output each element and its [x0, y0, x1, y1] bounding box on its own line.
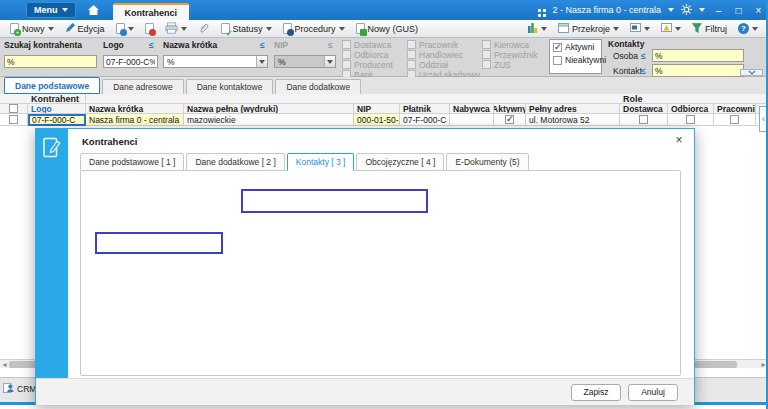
chevron-down-icon [644, 27, 650, 31]
column-header-pelny-adres[interactable]: Pełny adres [526, 104, 620, 114]
column-header-nazwa-pelna[interactable]: Nazwa pełna (wydruki) [184, 104, 354, 114]
cell-role-dostawca[interactable] [620, 114, 668, 126]
cell-platnik[interactable]: 07-F-000-C [400, 114, 450, 126]
logo-filter-input[interactable] [103, 55, 158, 68]
short-name-filter-label: Nazwa krótka [163, 40, 217, 50]
person-operator[interactable]: ≤ [641, 51, 646, 61]
preview-button[interactable] [657, 21, 685, 36]
procedures-button[interactable]: Procedury [279, 21, 349, 36]
dialog-tab-dane-dodatkowe[interactable]: Dane dodatkowe [ 2 ] [186, 153, 284, 171]
new-button[interactable]: + Nowy [6, 21, 58, 36]
document-edit-icon [43, 137, 62, 403]
column-header-odbiorca[interactable]: Odbiorca [668, 104, 714, 114]
column-header-logo[interactable]: Logo [28, 104, 86, 114]
row-checkbox[interactable] [0, 114, 28, 126]
chevron-down-icon[interactable] [668, 8, 674, 12]
tab-dane-adresowe[interactable]: Dane adresowe [102, 79, 184, 94]
close-button[interactable]: × [752, 5, 765, 16]
document-gear-icon [283, 23, 292, 34]
maximize-button[interactable]: □ [732, 5, 745, 16]
company-selector[interactable]: 2 - Nasza firma 0 - centrala [552, 5, 661, 15]
filter-expand-button[interactable] [740, 69, 763, 76]
collapse-panel-button[interactable]: ‹ [759, 106, 768, 132]
tab-kontrahenci[interactable]: Kontrahenci [113, 3, 190, 20]
select-all-checkbox[interactable] [0, 104, 28, 114]
column-header-nazwa-krotka[interactable]: Nazwa krótka [86, 104, 184, 114]
kontrahenci-dialog: Kontrahenci × Dane podstawowe [ 1 ] Dane… [35, 128, 695, 404]
scroll-right-arrow[interactable]: ▸ [759, 360, 768, 368]
table-row[interactable]: 07-F-000-C Nasza firma 0 - centrala mazo… [0, 114, 768, 126]
cell-nazwa-pelna[interactable]: mazowieckie [184, 114, 354, 126]
dialog-tab-dane-podstawowe[interactable]: Dane podstawowe [ 1 ] [80, 153, 184, 171]
cell-nabywca[interactable] [450, 114, 494, 126]
home-icon[interactable] [88, 5, 99, 15]
modules-grid-icon[interactable] [538, 9, 541, 12]
cell-pelny-adres[interactable]: ul. Motorowa 52 [526, 114, 620, 126]
help-icon: ? [738, 23, 749, 34]
column-header-nip[interactable]: NIP [354, 104, 400, 114]
table-header-row: Logo Nazwa krótka Nazwa pełna (wydruki) … [0, 104, 768, 114]
statuses-button[interactable]: ✓ Statusy [217, 21, 276, 36]
new-gus-button[interactable]: Nowy (GUS) [352, 21, 423, 36]
column-header-nabywca[interactable]: Nabywca [450, 104, 494, 114]
new-label: Nowy [22, 24, 45, 34]
search-contractor-input[interactable] [4, 55, 97, 68]
document-check-icon: ✓ [221, 23, 230, 34]
chevron-down-icon[interactable] [699, 8, 705, 12]
print-button[interactable] [161, 21, 191, 36]
view-mode-button[interactable] [626, 21, 654, 36]
dialog-close-icon[interactable]: × [672, 133, 686, 147]
document-plus-icon: + [10, 23, 19, 34]
copy-button[interactable] [112, 21, 138, 36]
menu-label: Menu [34, 5, 58, 15]
logo-operator[interactable]: ≤ [149, 40, 154, 50]
filter-checkbox-pracownik: Pracownik [407, 40, 458, 49]
column-header-dostawca[interactable]: Dostawca [620, 104, 668, 114]
cell-logo[interactable]: 07-F-000-C [28, 114, 86, 126]
filter-checkbox-nieaktywni[interactable]: Nieaktywni [553, 55, 598, 65]
column-header-platnik[interactable]: Płatnik [400, 104, 450, 114]
delete-button[interactable] [141, 21, 158, 36]
document-gus-icon [356, 23, 365, 34]
scroll-left-arrow[interactable]: ◂ [0, 360, 9, 368]
tab-dane-podstawowe[interactable]: Dane podstawowe [4, 77, 100, 94]
chevron-down-icon [181, 27, 187, 31]
cell-nazwa-krotka[interactable]: Nasza firma 0 - centrala [86, 114, 184, 126]
combo-chevron-icon[interactable] [256, 56, 267, 67]
save-button[interactable]: Zapisz [571, 384, 621, 401]
short-name-filter-combo[interactable]: % [163, 55, 268, 68]
przekroje-button[interactable]: Przekroje [554, 21, 623, 36]
column-header-aktywny[interactable]: Aktywny [494, 104, 526, 114]
edit-button[interactable]: Edycja [61, 21, 109, 36]
menu-button[interactable]: Menu [26, 2, 76, 18]
cell-aktywny-checkbox[interactable] [494, 114, 526, 126]
cell-nip[interactable]: 000-01-50-113 [354, 114, 400, 126]
minimize-button[interactable]: – [712, 5, 725, 16]
filter-button[interactable]: Filtruj [688, 21, 731, 36]
short-name-operator[interactable]: ≤ [260, 40, 265, 50]
filter-checkbox-handlowiec: Handlowiec [407, 50, 463, 59]
cancel-button[interactable]: Anuluj [628, 384, 678, 401]
page-tabs: Dane podstawowe Dane adresowe Dane konta… [0, 77, 768, 94]
tab-dane-dodatkowe[interactable]: Dane dodatkowe [275, 79, 361, 94]
document-copy-icon [116, 23, 125, 34]
procedures-label: Procedury [295, 24, 336, 34]
column-header-pracownik[interactable]: Pracownik [714, 104, 756, 114]
contact-filter-input[interactable] [652, 64, 744, 77]
dialog-tab-edokumenty[interactable]: E-Dokumenty (5) [446, 153, 528, 171]
filter-checkbox-aktywni[interactable]: Aktywni [553, 42, 598, 52]
help-button[interactable]: ? [734, 21, 762, 36]
tab-dane-kontaktowe[interactable]: Dane kontaktowe [186, 79, 274, 94]
attachments-button[interactable] [194, 21, 214, 36]
person-filter-input[interactable] [652, 49, 744, 62]
chevron-down-icon [48, 27, 54, 31]
contact-operator[interactable]: ≤ [641, 66, 646, 76]
gear-icon[interactable] [681, 4, 692, 17]
dialog-tab-obcojezyczne[interactable]: Obcojęzyczne [ 4 ] [356, 153, 444, 171]
cell-role-pracownik[interactable] [714, 114, 756, 126]
cell-role-odbiorca[interactable] [668, 114, 714, 126]
filter-bar: Szukaj kontrahenta Logo ≤ Nazwa krótka ≤… [0, 38, 768, 77]
dialog-tab-kontakty[interactable]: Kontakty [ 3 ] [287, 153, 355, 171]
chart-button[interactable] [523, 21, 551, 36]
bar-chart-icon [527, 22, 538, 35]
